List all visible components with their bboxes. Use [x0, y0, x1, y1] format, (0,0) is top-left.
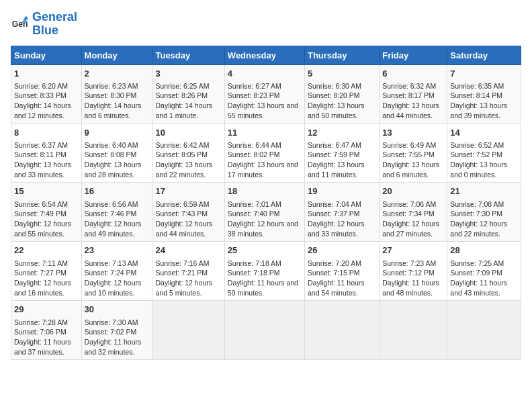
weekday-header: Thursday [304, 46, 379, 64]
day-info: Sunrise: 7:13 AM Sunset: 7:24 PM Dayligh… [85, 259, 150, 298]
day-info: Sunrise: 7:20 AM Sunset: 7:15 PM Dayligh… [308, 259, 376, 298]
calendar-cell: 16Sunrise: 6:56 AM Sunset: 7:46 PM Dayli… [81, 183, 152, 242]
calendar-cell: 5Sunrise: 6:30 AM Sunset: 8:20 PM Daylig… [304, 64, 379, 124]
calendar-cell: 20Sunrise: 7:06 AM Sunset: 7:34 PM Dayli… [380, 183, 447, 242]
day-info: Sunrise: 6:56 AM Sunset: 7:46 PM Dayligh… [85, 199, 150, 239]
calendar-cell: 3Sunrise: 6:25 AM Sunset: 8:26 PM Daylig… [152, 64, 224, 124]
day-number: 12 [308, 127, 376, 139]
calendar-cell: 28Sunrise: 7:25 AM Sunset: 7:09 PM Dayli… [447, 242, 521, 301]
day-info: Sunrise: 6:40 AM Sunset: 8:08 PM Dayligh… [85, 140, 150, 180]
day-info: Sunrise: 7:25 AM Sunset: 7:09 PM Dayligh… [450, 259, 518, 298]
calendar-cell: 22Sunrise: 7:11 AM Sunset: 7:27 PM Dayli… [11, 242, 82, 301]
day-number: 27 [382, 244, 444, 257]
day-number: 9 [85, 127, 150, 139]
calendar-cell: 18Sunrise: 7:01 AM Sunset: 7:40 PM Dayli… [224, 183, 304, 242]
page-header: Gen General Blue [11, 11, 521, 38]
day-number: 4 [228, 68, 302, 80]
day-info: Sunrise: 6:30 AM Sunset: 8:20 PM Dayligh… [308, 81, 376, 121]
day-number: 11 [228, 127, 302, 139]
calendar-cell [380, 301, 447, 360]
day-info: Sunrise: 7:01 AM Sunset: 7:40 PM Dayligh… [228, 199, 302, 239]
weekday-header: Saturday [447, 46, 521, 64]
day-info: Sunrise: 7:11 AM Sunset: 7:27 PM Dayligh… [14, 259, 79, 298]
day-number: 15 [14, 185, 79, 197]
calendar-cell [152, 301, 224, 360]
day-info: Sunrise: 7:16 AM Sunset: 7:21 PM Dayligh… [155, 259, 221, 298]
day-number: 2 [85, 68, 150, 80]
day-number: 25 [228, 244, 302, 257]
day-number: 1 [14, 68, 79, 80]
calendar-cell: 27Sunrise: 7:23 AM Sunset: 7:12 PM Dayli… [380, 242, 447, 301]
weekday-header: Sunday [11, 46, 82, 64]
calendar-header: SundayMondayTuesdayWednesdayThursdayFrid… [11, 46, 521, 64]
calendar-week-row: 22Sunrise: 7:11 AM Sunset: 7:27 PM Dayli… [11, 242, 521, 301]
calendar-cell: 4Sunrise: 6:27 AM Sunset: 8:23 PM Daylig… [224, 64, 304, 124]
day-info: Sunrise: 7:23 AM Sunset: 7:12 PM Dayligh… [382, 259, 444, 298]
calendar-cell: 23Sunrise: 7:13 AM Sunset: 7:24 PM Dayli… [81, 242, 152, 301]
day-info: Sunrise: 6:37 AM Sunset: 8:11 PM Dayligh… [14, 140, 79, 180]
day-number: 20 [382, 185, 444, 197]
day-number: 23 [85, 244, 150, 257]
day-number: 19 [308, 185, 376, 197]
day-info: Sunrise: 6:27 AM Sunset: 8:23 PM Dayligh… [228, 81, 302, 121]
calendar-cell: 12Sunrise: 6:47 AM Sunset: 7:59 PM Dayli… [304, 124, 379, 183]
day-info: Sunrise: 6:20 AM Sunset: 8:33 PM Dayligh… [14, 81, 79, 121]
calendar-cell: 15Sunrise: 6:54 AM Sunset: 7:49 PM Dayli… [11, 183, 82, 242]
calendar-cell: 30Sunrise: 7:30 AM Sunset: 7:02 PM Dayli… [81, 301, 152, 360]
day-info: Sunrise: 7:18 AM Sunset: 7:18 PM Dayligh… [228, 259, 302, 298]
day-number: 18 [228, 185, 302, 197]
calendar-cell: 1Sunrise: 6:20 AM Sunset: 8:33 PM Daylig… [11, 64, 82, 124]
day-number: 17 [155, 185, 221, 197]
day-number: 29 [14, 304, 79, 316]
calendar-cell: 29Sunrise: 7:28 AM Sunset: 7:06 PM Dayli… [11, 301, 82, 360]
day-number: 8 [14, 127, 79, 139]
calendar-cell: 8Sunrise: 6:37 AM Sunset: 8:11 PM Daylig… [11, 124, 82, 183]
weekday-header: Tuesday [152, 46, 224, 64]
day-info: Sunrise: 6:32 AM Sunset: 8:17 PM Dayligh… [382, 81, 444, 121]
calendar-cell: 7Sunrise: 6:35 AM Sunset: 8:14 PM Daylig… [447, 64, 521, 124]
day-number: 6 [382, 68, 444, 80]
day-number: 22 [14, 244, 79, 257]
day-number: 24 [155, 244, 221, 257]
day-number: 26 [308, 244, 376, 257]
day-info: Sunrise: 6:59 AM Sunset: 7:43 PM Dayligh… [155, 199, 221, 239]
weekday-header: Monday [81, 46, 152, 64]
calendar-cell: 14Sunrise: 6:52 AM Sunset: 7:52 PM Dayli… [447, 124, 521, 183]
calendar-cell: 17Sunrise: 6:59 AM Sunset: 7:43 PM Dayli… [152, 183, 224, 242]
day-number: 7 [450, 68, 518, 80]
calendar-cell: 10Sunrise: 6:42 AM Sunset: 8:05 PM Dayli… [152, 124, 224, 183]
calendar-cell: 19Sunrise: 7:04 AM Sunset: 7:37 PM Dayli… [304, 183, 379, 242]
calendar-cell [447, 301, 521, 360]
logo: Gen General Blue [11, 11, 77, 38]
calendar-cell [304, 301, 379, 360]
calendar-cell: 9Sunrise: 6:40 AM Sunset: 8:08 PM Daylig… [81, 124, 152, 183]
logo-text: General Blue [32, 11, 77, 38]
day-number: 14 [450, 127, 518, 139]
calendar-cell: 21Sunrise: 7:08 AM Sunset: 7:30 PM Dayli… [447, 183, 521, 242]
day-info: Sunrise: 7:08 AM Sunset: 7:30 PM Dayligh… [450, 199, 518, 239]
day-number: 13 [382, 127, 444, 139]
day-info: Sunrise: 7:06 AM Sunset: 7:34 PM Dayligh… [382, 199, 444, 239]
day-number: 5 [308, 68, 376, 80]
day-number: 16 [85, 185, 150, 197]
day-info: Sunrise: 7:30 AM Sunset: 7:02 PM Dayligh… [85, 318, 150, 357]
calendar-cell: 25Sunrise: 7:18 AM Sunset: 7:18 PM Dayli… [224, 242, 304, 301]
day-info: Sunrise: 6:52 AM Sunset: 7:52 PM Dayligh… [450, 140, 518, 180]
calendar-week-row: 15Sunrise: 6:54 AM Sunset: 7:49 PM Dayli… [11, 183, 521, 242]
calendar-week-row: 29Sunrise: 7:28 AM Sunset: 7:06 PM Dayli… [11, 301, 521, 360]
day-info: Sunrise: 6:49 AM Sunset: 7:55 PM Dayligh… [382, 140, 444, 180]
calendar-week-row: 8Sunrise: 6:37 AM Sunset: 8:11 PM Daylig… [11, 124, 521, 183]
day-number: 3 [155, 68, 221, 80]
day-info: Sunrise: 6:35 AM Sunset: 8:14 PM Dayligh… [450, 81, 518, 121]
calendar-cell: 26Sunrise: 7:20 AM Sunset: 7:15 PM Dayli… [304, 242, 379, 301]
logo-icon: Gen [11, 15, 30, 34]
day-info: Sunrise: 6:54 AM Sunset: 7:49 PM Dayligh… [14, 199, 79, 239]
calendar-cell [224, 301, 304, 360]
day-info: Sunrise: 6:25 AM Sunset: 8:26 PM Dayligh… [155, 81, 221, 121]
calendar-cell: 13Sunrise: 6:49 AM Sunset: 7:55 PM Dayli… [380, 124, 447, 183]
day-info: Sunrise: 7:04 AM Sunset: 7:37 PM Dayligh… [308, 199, 376, 239]
day-info: Sunrise: 6:23 AM Sunset: 8:30 PM Dayligh… [85, 81, 150, 121]
weekday-header: Friday [380, 46, 447, 64]
calendar-cell: 11Sunrise: 6:44 AM Sunset: 8:02 PM Dayli… [224, 124, 304, 183]
day-number: 30 [85, 304, 150, 316]
